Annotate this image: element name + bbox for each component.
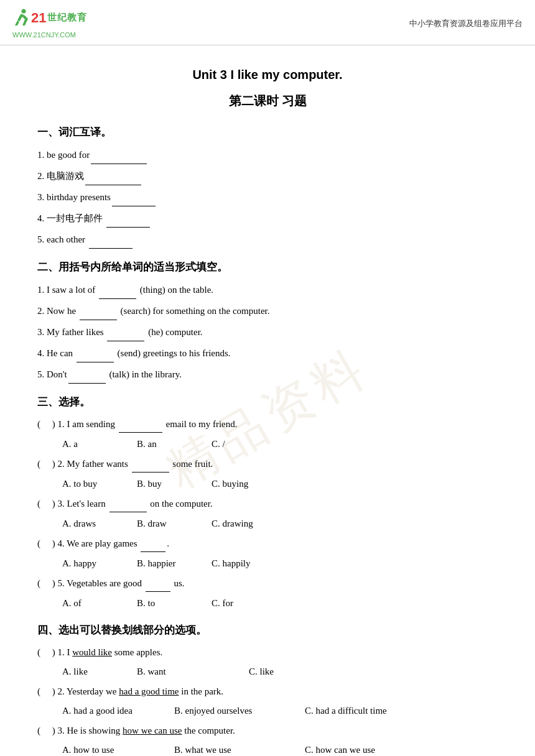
s4-q3-underline: how we can use [123, 726, 182, 735]
s3-q3-options: A. draws B. draw C. drawing [62, 516, 498, 532]
s1-q4-blank [106, 210, 150, 228]
s3-q3-blank [109, 496, 147, 513]
s3-q4-paren: ( [37, 536, 50, 552]
s3-q1-optC: C. / [212, 436, 261, 453]
s3-q5-blank [146, 576, 170, 592]
main-title: Unit 3 I like my computer. [37, 64, 498, 85]
s2-q2-blank [80, 303, 117, 320]
s3-q5-close-paren: ) 5. Vegetables are good us. [50, 576, 185, 592]
logo-url: WWW.21CNJY.COM [12, 29, 76, 41]
s4-q1-row: ( ) 1. I would like some apples. [37, 645, 498, 661]
s4-q2-paren: ( [37, 684, 50, 700]
s4-q2-optC: C. had a difficult time [305, 703, 387, 719]
sub-title: 第二课时 习题 [37, 90, 498, 111]
s4-q2-row: ( ) 2. Yesterday we had a good time in t… [37, 684, 498, 700]
s4-q3-text: ) 3. He is showing how we can use the co… [50, 723, 235, 739]
s1-q2-blank [85, 168, 141, 185]
s4-q1-optC: C. like [249, 664, 299, 680]
s1-q1-blank [91, 147, 147, 164]
s2-q1-blank [99, 282, 136, 299]
s3-q2-close-paren: ) 2. My father wants some fruit. [50, 456, 213, 473]
logo-shiji: 世纪教育 [47, 10, 87, 26]
section1-title: 一、词汇互译。 [37, 124, 498, 142]
s2-q3: 3. My father likes (he) computer. [37, 324, 498, 341]
s3-q2-optB: B. buy [137, 476, 187, 492]
s2-q3-blank [107, 324, 144, 341]
s3-q4-optB: B. happier [137, 556, 187, 572]
s3-q2-options: A. to buy B. buy C. buying [62, 476, 498, 492]
s4-q3-optC: C. how can we use [305, 742, 375, 756]
s3-q5-optB: B. to [137, 596, 187, 612]
s3-q2-optA: A. to buy [62, 476, 112, 492]
s3-q2-optC: C. buying [212, 476, 261, 492]
section2-title: 二、用括号内所给单词的适当形式填空。 [37, 259, 498, 277]
s3-q2-paren: ( [37, 456, 50, 472]
s3-q4-options: A. happy B. happier C. happily [62, 556, 498, 572]
logo-top-row: 21 世纪教育 [12, 6, 87, 29]
s1-q1: 1. be good for [37, 147, 498, 164]
s3-q1-optB: B. an [137, 436, 187, 453]
page-header: 21 世纪教育 WWW.21CNJY.COM 中小学教育资源及组卷应用平台 [0, 0, 535, 45]
s4-q2-underline: had a good time [119, 686, 179, 696]
s3-q1-options: A. a B. an C. / [62, 436, 498, 453]
s3-q5-optC: C. for [212, 596, 261, 612]
s2-q5-blank [68, 366, 106, 384]
logo-21: 21 [31, 6, 46, 29]
s3-q5-optA: A. of [62, 596, 112, 612]
s4-q3-options: A. how to use B. what we use C. how can … [62, 742, 498, 756]
main-content: Unit 3 I like my computer. 第二课时 习题 一、词汇互… [0, 45, 535, 756]
s4-q2-text: ) 2. Yesterday we had a good time in the… [50, 684, 223, 700]
s1-q3-blank [112, 189, 156, 206]
s4-q3-paren: ( [37, 723, 50, 739]
s1-q2: 2. 电脑游戏 [37, 168, 498, 185]
s3-q1-paren: ( [37, 417, 50, 433]
s3-q5-row: ( ) 5. Vegetables are good us. [37, 576, 498, 592]
s3-q1-row: ( ) 1. I am sending email to my friend. [37, 417, 498, 433]
s3-q4-blank [141, 536, 165, 553]
s4-q1-options: A. like B. want C. like [62, 664, 498, 680]
s4-q2-optA: A. had a good idea [62, 703, 149, 719]
s4-q1-paren: ( [37, 645, 50, 661]
s3-q2-row: ( ) 2. My father wants some fruit. [37, 456, 498, 473]
s4-q2-optB: B. enjoyed ourselves [174, 703, 280, 719]
s2-q5: 5. Don't (talk) in the library. [37, 366, 498, 384]
s3-q3-optB: B. draw [137, 516, 187, 532]
s1-q3: 3. birthday presents [37, 189, 498, 206]
s4-q2-options: A. had a good idea B. enjoyed ourselves … [62, 703, 498, 719]
logo-container: 21 世纪教育 WWW.21CNJY.COM [12, 6, 87, 41]
s3-q5-paren: ( [37, 576, 50, 592]
s2-q4: 4. He can (send) greetings to his friend… [37, 345, 498, 362]
section3-title: 三、选择。 [37, 394, 498, 412]
runner-icon [12, 8, 30, 28]
section4-title: 四、选出可以替换划线部分的选项。 [37, 622, 498, 640]
s2-q2: 2. Now he (search) for something on the … [37, 303, 498, 320]
s3-q4-optA: A. happy [62, 556, 112, 572]
s1-q5: 5. each other [37, 231, 498, 249]
s3-q1-optA: A. a [62, 436, 112, 453]
s4-q3-optB: B. what we use [174, 742, 280, 756]
s2-q1: 1. I saw a lot of (thing) on the table. [37, 282, 498, 299]
s3-q3-close-paren: ) 3. Let's learn on the computer. [50, 496, 213, 513]
header-right-text: 中小学教育资源及组卷应用平台 [409, 17, 523, 30]
s3-q4-optC: C. happily [212, 556, 261, 572]
s3-q3-optC: C. drawing [212, 516, 261, 532]
s3-q2-blank [132, 456, 169, 473]
s3-q1-blank [119, 417, 162, 433]
s4-q3-row: ( ) 3. He is showing how we can use the … [37, 723, 498, 739]
s3-q4-close-paren: ) 4. We are play games . [50, 536, 169, 553]
s4-q1-optA: A. like [62, 664, 112, 680]
s3-q3-row: ( ) 3. Let's learn on the computer. [37, 496, 498, 513]
s3-q4-row: ( ) 4. We are play games . [37, 536, 498, 553]
s4-q1-underline: would like [72, 647, 112, 657]
s4-q1-text: ) 1. I would like some apples. [50, 645, 162, 661]
s2-q4-blank [77, 345, 114, 362]
s3-q5-options: A. of B. to C. for [62, 596, 498, 612]
s3-q1-close-paren: ) 1. I am sending email to my friend. [50, 417, 237, 433]
svg-point-0 [22, 9, 26, 13]
s1-q4: 4. 一封电子邮件 [37, 210, 498, 228]
s3-q3-paren: ( [37, 496, 50, 512]
s4-q1-optB: B. want [137, 664, 224, 680]
s1-q5-blank [89, 231, 133, 249]
logo-area: 21 世纪教育 WWW.21CNJY.COM [12, 6, 87, 41]
s3-q3-optA: A. draws [62, 516, 112, 532]
